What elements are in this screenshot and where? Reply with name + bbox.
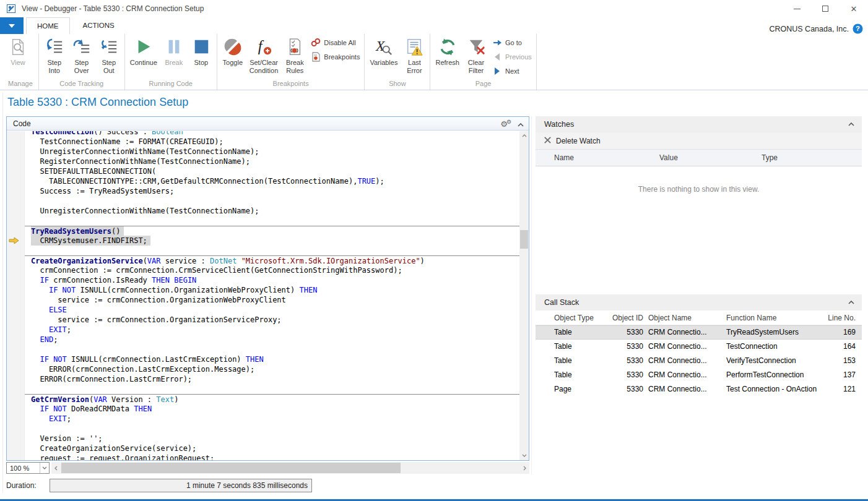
code-zoom-select[interactable]: 100 % — [6, 462, 50, 474]
go-to-button[interactable]: Go to — [492, 38, 532, 48]
ribbon-group-label: Code Tracking — [41, 79, 123, 90]
delete-watch-label: Delete Watch — [556, 137, 601, 145]
watches-column-headers: Name Value Type — [536, 149, 862, 166]
disable-all-button[interactable]: Disable All — [311, 38, 360, 48]
ribbon-group-page: RefreshClear FilterGo toPreviousNextPage — [430, 34, 536, 90]
code-line — [25, 246, 519, 255]
app-menu-button[interactable] — [0, 17, 24, 34]
break-button[interactable]: Break — [160, 36, 188, 67]
toggle-button[interactable]: Toggle — [219, 36, 246, 67]
cs-col-object-id[interactable]: Object ID — [607, 314, 643, 322]
ribbon-group-label: Show — [367, 79, 428, 90]
code-line: ERROR(crmConnection.LastCrmError); — [25, 374, 519, 384]
close-button[interactable]: ✕ — [840, 0, 868, 17]
call-stack-row[interactable]: Table5330CRM Connectio...TestConnection1… — [536, 340, 862, 354]
code-line — [25, 384, 519, 394]
view-button[interactable]: View — [4, 36, 32, 67]
ribbon-group-running-code: ContinueBreakStopRunning Code — [125, 34, 217, 90]
call-stack-row[interactable]: Page5330CRM Connectio...Test Connection … — [536, 382, 862, 396]
code-vertical-scrollbar[interactable] — [519, 131, 529, 460]
window-title: View - Debugger - Table 5330 : CRM Conne… — [22, 4, 204, 13]
vertical-scroll-thumb[interactable] — [520, 230, 528, 249]
cs-cell-object-name: CRM Connectio... — [648, 354, 721, 368]
tab-actions[interactable]: ACTIONS — [72, 17, 125, 34]
delete-watch-button[interactable]: Delete Watch — [536, 132, 862, 149]
collapse-code-chevron-icon[interactable] — [518, 118, 524, 129]
call-stack-row[interactable]: Table5330CRM Connectio...PerformTestConn… — [536, 368, 862, 382]
duration-row: Duration: 1 minute 7 seconds 835 millise… — [6, 479, 312, 492]
breakpoints-button[interactable]: Breakpoints — [311, 52, 360, 62]
watches-col-value[interactable]: Value — [659, 153, 762, 166]
cs-col-function-name[interactable]: Function Name — [726, 314, 818, 322]
break-rules-button[interactable]: Break Rules — [281, 36, 308, 75]
maximize-button[interactable] — [811, 0, 840, 17]
step-out-icon — [98, 36, 119, 58]
code-horizontal-scrollbar[interactable] — [51, 462, 529, 474]
variables-button[interactable]: XVariables — [367, 36, 401, 67]
ribbon-group-label: Manage — [4, 79, 37, 90]
button-label: Toggle — [223, 59, 243, 67]
call-stack-row[interactable]: Table5330CRM Connectio...VerifyTestConne… — [536, 354, 862, 368]
cs-col-line-no[interactable]: Line No. — [823, 314, 856, 322]
panel-splitter[interactable] — [531, 116, 532, 474]
last-error-button[interactable]: Last Error — [401, 36, 428, 75]
settings-gears-icon[interactable]: ⚙⚙ — [500, 118, 511, 128]
watches-col-name[interactable]: Name — [554, 153, 659, 166]
step-over-icon — [71, 36, 92, 58]
step-into-button[interactable]: Step Into — [41, 36, 68, 75]
cs-col-object-type[interactable]: Object Type — [554, 314, 602, 322]
cs-cell-object-name: CRM Connectio... — [648, 340, 721, 354]
next-button[interactable]: Next — [492, 66, 532, 76]
scroll-right-arrow-icon[interactable] — [520, 462, 529, 474]
button-label: Step Out — [102, 59, 116, 75]
next-icon — [492, 66, 502, 76]
cs-col-object-name[interactable]: Object Name — [648, 314, 721, 322]
step-over-button[interactable]: Step Over — [68, 36, 95, 75]
code-status-row: 100 % — [6, 462, 529, 474]
step-out-button[interactable]: Step Out — [95, 36, 123, 75]
minimize-button[interactable] — [783, 0, 811, 17]
current-statement-highlight: CRMSystemuser.FINDFIRST; — [31, 236, 150, 246]
code-line: Version := ''; — [25, 434, 519, 443]
horizontal-scroll-thumb[interactable] — [61, 463, 401, 473]
company-name: CRONUS Canada, Inc. — [769, 25, 849, 33]
button-label: Clear Filter — [468, 59, 484, 75]
debugger-window: View - Debugger - Table 5330 : CRM Conne… — [0, 0, 868, 501]
breakpoint-gutter[interactable] — [7, 131, 25, 460]
watches-col-type[interactable]: Type — [762, 153, 862, 166]
clear-filter-button[interactable]: Clear Filter — [462, 36, 490, 75]
button-label: Refresh — [435, 59, 459, 67]
disable-all-icon — [311, 38, 321, 48]
cs-cell-line-no: 153 — [823, 354, 856, 368]
view-icon — [7, 36, 28, 58]
scroll-up-arrow-icon[interactable] — [519, 131, 529, 140]
call-stack-row[interactable]: Table5330CRM Connectio...TryReadSystemUs… — [536, 325, 862, 340]
previous-icon — [492, 52, 502, 62]
code-line: END; — [25, 335, 519, 345]
button-label: Breakpoints — [324, 53, 360, 61]
continue-icon — [133, 36, 154, 58]
code-line: IF crmConnection.IsReady THEN BEGIN — [25, 275, 519, 285]
code-line: TestConnectionName := FORMAT(CREATEGUID)… — [25, 137, 519, 147]
continue-button[interactable]: Continue — [127, 36, 160, 67]
button-label: Next — [505, 67, 519, 75]
set-clear-condition-button[interactable]: fSet/Clear Condition — [246, 36, 281, 75]
go-to-icon — [492, 38, 502, 48]
cs-cell-function-name: TestConnection — [726, 340, 818, 354]
cs-cell-object-id: 5330 — [607, 354, 643, 368]
scroll-left-arrow-icon[interactable] — [51, 462, 61, 474]
refresh-button[interactable]: Refresh — [432, 36, 462, 67]
tab-home[interactable]: HOME — [26, 17, 70, 34]
cs-cell-line-no: 121 — [823, 382, 856, 396]
code-editor: TestConnection() Success : Boolean TestC… — [7, 131, 529, 460]
previous-button[interactable]: Previous — [492, 52, 532, 62]
code-line: CreateOrganizationService(service); — [25, 443, 519, 453]
collapse-watches-chevron-icon[interactable] — [848, 122, 854, 126]
stop-button[interactable]: Stop — [188, 36, 215, 67]
button-label: Previous — [505, 53, 532, 61]
scroll-down-arrow-icon[interactable] — [519, 451, 529, 460]
ribbon-group-breakpoints: TogglefSet/Clear ConditionBreak RulesDis… — [217, 34, 365, 90]
help-icon[interactable]: ? — [853, 24, 863, 34]
current-statement-highlight: TryReadSystemUsers() — [31, 226, 124, 236]
collapse-call-stack-chevron-icon[interactable] — [848, 301, 854, 304]
